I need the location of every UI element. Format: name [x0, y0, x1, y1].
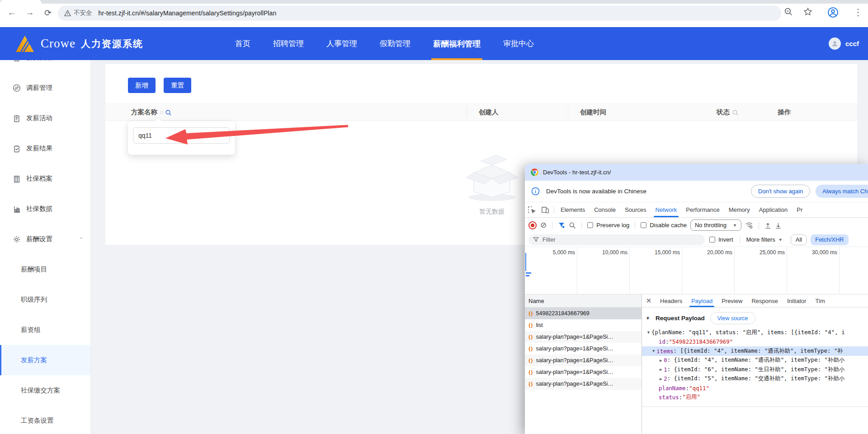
invert-checkbox[interactable]: Invert	[709, 236, 733, 243]
filter-funnel-icon[interactable]	[558, 222, 565, 229]
expander-icon[interactable]: ▶	[658, 358, 664, 363]
add-button[interactable]: 新增	[128, 78, 156, 93]
devtools-tab-elements[interactable]: Elements	[556, 202, 590, 217]
json-line-7[interactable]: planName: "qq11"	[642, 383, 868, 393]
json-line-1[interactable]: ▼{planName: "qq11", status: "启用", items:…	[642, 328, 868, 337]
network-conditions-icon[interactable]	[745, 221, 753, 229]
more-filters-dropdown[interactable]: More filters▼	[746, 236, 783, 243]
throttling-dropdown[interactable]: No throttling▼	[690, 219, 741, 231]
browser-active-tab[interactable]	[0, 0, 42, 4]
devtools-tab-network[interactable]: Network	[651, 202, 682, 217]
sidebar-item-5[interactable]: 社保档案	[0, 163, 90, 194]
sidebar-item-10[interactable]: 薪资组	[0, 315, 90, 345]
disable-cache-checkbox[interactable]: Disable cache	[641, 222, 687, 229]
request-row[interactable]: {}salary-plan?page=1&PageSi…	[525, 378, 642, 390]
nav-item-1[interactable]: 首页	[235, 27, 250, 60]
import-har-icon[interactable]	[764, 222, 771, 229]
gear-icon	[13, 235, 21, 243]
filter-input[interactable]: Filter	[528, 234, 705, 245]
request-row[interactable]: {}salary-plan?page=1&PageSi…	[525, 343, 642, 355]
panel-tab-headers[interactable]: Headers	[656, 294, 687, 307]
devtools-tab-performance[interactable]: Performance	[681, 202, 724, 217]
column-search-icon[interactable]	[165, 109, 172, 116]
close-icon[interactable]: ✕	[642, 294, 656, 307]
panel-tab-preview[interactable]: Preview	[717, 294, 747, 307]
nav-item-4[interactable]: 假勤管理	[380, 27, 410, 60]
sidebar-item-1[interactable]: 薪资档案	[0, 60, 90, 73]
request-row[interactable]: {}54982231843667969	[525, 308, 642, 319]
sidebar-item-13[interactable]: 工资条设置	[0, 406, 90, 434]
panel-tab-tim[interactable]: Tim	[811, 294, 830, 307]
profile-avatar-icon[interactable]	[827, 7, 839, 18]
devtools-tab-application[interactable]: Application	[755, 202, 793, 217]
json-line-4[interactable]: ▶0: {itemId: "4", itemName: "通讯补助", item…	[642, 356, 868, 365]
panel-tab-response[interactable]: Response	[747, 294, 783, 307]
export-har-icon[interactable]	[775, 222, 782, 229]
request-row[interactable]: {}salary-plan?page=1&PageSi…	[525, 366, 642, 378]
sidebar-item-7[interactable]: 薪酬设置⌃	[0, 224, 90, 254]
sidebar-item-2[interactable]: 调薪管理	[0, 73, 90, 103]
json-line-2[interactable]: id: "54982231843667969"	[642, 337, 868, 347]
match-language-button[interactable]: Always match Chrome's langua	[816, 185, 868, 198]
devtools-tab-console[interactable]: Console	[590, 202, 620, 217]
filter-placeholder: Filter	[542, 236, 556, 243]
nav-item-3[interactable]: 人事管理	[326, 27, 357, 60]
sort-icon[interactable]: ↓↑	[160, 109, 163, 115]
inspect-element-icon[interactable]	[525, 202, 538, 217]
devtools-tab-memory[interactable]: Memory	[724, 202, 755, 217]
brand[interactable]: Crowe 人力资源系统	[14, 27, 143, 60]
expander-icon[interactable]: ▼	[646, 330, 651, 335]
sidebar-item-12[interactable]: 社保缴交方案	[0, 375, 90, 406]
sidebar-item-9[interactable]: 职级序列	[0, 285, 90, 315]
json-token: 1	[664, 366, 667, 373]
zoom-indicator-icon[interactable]	[783, 7, 793, 17]
sidebar-item-3[interactable]: 发薪活动	[0, 103, 90, 133]
search-icon[interactable]	[569, 222, 576, 229]
request-list-name-header[interactable]: Name	[525, 294, 642, 308]
bookmark-star-icon[interactable]	[803, 7, 813, 17]
expander-icon[interactable]: ▶	[658, 377, 664, 381]
expander-icon[interactable]: ▶	[658, 367, 664, 372]
collapse-caret-icon[interactable]: ⌃	[80, 237, 83, 242]
json-line-3[interactable]: ▼items: [{itemId: "4", itemName: "通讯补助",…	[642, 346, 868, 356]
sidebar-item-4[interactable]: 发薪结果	[0, 133, 90, 163]
request-row[interactable]: {}salary-plan?page=1&PageSi…	[525, 355, 642, 366]
back-icon[interactable]: ←	[5, 6, 18, 19]
expander-icon[interactable]: ▼	[651, 349, 656, 353]
preserve-log-checkbox[interactable]: Preserve log	[587, 222, 629, 229]
not-secure-badge[interactable]: 不安全	[64, 9, 99, 17]
nav-item-5[interactable]: 薪酬福利管理	[433, 27, 481, 60]
chip-all[interactable]: All	[791, 234, 807, 245]
forward-icon[interactable]: →	[24, 6, 36, 19]
reset-button[interactable]: 重置	[164, 78, 191, 93]
chip-fetchxhr[interactable]: Fetch/XHR	[811, 234, 849, 245]
json-line-8[interactable]: status: "启用"	[642, 393, 868, 402]
network-overview-timeline[interactable]: 5,000 ms10,000 ms15,000 ms20,000 ms25,00…	[525, 247, 868, 294]
dont-show-again-button[interactable]: Don't show again	[751, 185, 810, 198]
collapse-caret-icon[interactable]: ▼	[646, 316, 650, 321]
record-icon[interactable]	[528, 221, 537, 229]
sidebar-item-8[interactable]: 薪酬项目	[0, 254, 90, 285]
view-source-button[interactable]: View source	[710, 312, 755, 324]
json-line-6[interactable]: ▶2: {itemId: "5", itemName: "交通补助", item…	[642, 374, 868, 384]
clear-icon[interactable]: ⊘	[540, 220, 547, 230]
panel-tab-payload[interactable]: Payload	[687, 294, 717, 307]
nav-item-2[interactable]: 招聘管理	[273, 27, 304, 60]
json-line-5[interactable]: ▶1: {itemId: "6", itemName: "生日补助", item…	[642, 365, 868, 374]
panel-tab-initiator[interactable]: Initiator	[783, 294, 811, 307]
nav-item-6[interactable]: 审批中心	[503, 27, 534, 60]
request-row[interactable]: {}list	[525, 319, 642, 331]
address-bar[interactable]: 不安全 hr-test.zjf-it.cn/#/salaryManagement…	[58, 5, 781, 21]
user-box[interactable]: cccf	[829, 27, 859, 60]
request-row[interactable]: {}salary-plan?page=1&PageSi…	[525, 331, 642, 343]
devtools-titlebar[interactable]: DevTools - hr-test.zjf-it.cn/	[525, 164, 868, 181]
device-toolbar-icon[interactable]	[538, 202, 552, 217]
column-search-icon[interactable]	[732, 109, 739, 116]
sidebar-item-11[interactable]: 发薪方案	[0, 345, 90, 375]
devtools-tab-pr[interactable]: Pr	[792, 202, 807, 217]
sidebar-item-6[interactable]: 社保数据	[0, 194, 90, 224]
reload-icon[interactable]: ⟳	[42, 6, 54, 19]
browser-menu-icon[interactable]: ⋮	[854, 7, 863, 18]
plan-name-search-input[interactable]	[133, 127, 230, 144]
devtools-tab-sources[interactable]: Sources	[620, 202, 651, 217]
